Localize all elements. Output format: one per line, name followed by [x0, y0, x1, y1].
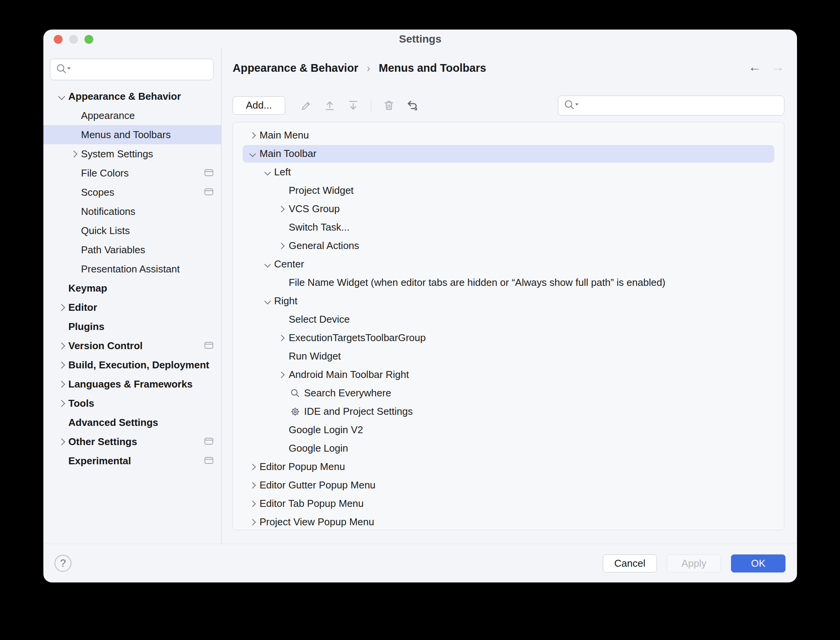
chevron-right-icon[interactable]: [58, 361, 65, 368]
tree-row-main-toolbar[interactable]: Main Toolbar: [233, 145, 784, 163]
sidebar-item-presentation-assistant[interactable]: Presentation Assistant: [43, 259, 221, 279]
tree-row-center[interactable]: Center: [233, 255, 784, 274]
tree-search-input[interactable]: [582, 97, 780, 114]
sidebar-item-experimental[interactable]: Experimental: [43, 451, 221, 470]
chevron-right-icon[interactable]: [278, 335, 285, 341]
tree-row-main-menu[interactable]: Main Menu: [233, 126, 784, 145]
tree-row-editor-tab-popup-menu[interactable]: Editor Tab Popup Menu: [233, 495, 784, 513]
chevron-down-icon[interactable]: [265, 169, 271, 175]
sidebar-item-label: Languages & Frameworks: [68, 378, 193, 390]
settings-sidebar: Appearance & Behavior Appearance Menus a…: [43, 49, 222, 544]
chevron-right-icon[interactable]: [58, 438, 65, 445]
chevron-right-icon[interactable]: [58, 342, 65, 349]
sidebar-search-input[interactable]: [74, 61, 209, 78]
cancel-button[interactable]: Cancel: [603, 554, 657, 572]
chevron-right-icon[interactable]: [58, 381, 65, 388]
tree-row-project-widget[interactable]: Project Widget: [233, 181, 784, 200]
tree-row-project-view-popup-menu[interactable]: Project View Popup Menu: [233, 513, 784, 530]
chevron-down-icon[interactable]: [265, 298, 271, 304]
tree-row-google-login[interactable]: Google Login: [233, 439, 784, 458]
tree-row-vcs-group[interactable]: VCS Group: [233, 200, 784, 218]
back-arrow-icon[interactable]: ←: [748, 60, 761, 73]
tree-search-field[interactable]: [558, 96, 784, 115]
sidebar-item-notifications[interactable]: Notifications: [43, 202, 221, 221]
tree-row-select-device[interactable]: Select Device: [233, 310, 784, 329]
sidebar-item-keymap[interactable]: Keymap: [43, 279, 221, 298]
tree-row-ide-and-project-settings[interactable]: IDE and Project Settings: [233, 402, 784, 421]
sidebar-item-version-control[interactable]: Version Control: [43, 336, 221, 355]
breadcrumb-parent[interactable]: Appearance & Behavior: [233, 62, 358, 74]
chevron-right-icon[interactable]: [250, 132, 256, 139]
sidebar-item-other-settings[interactable]: Other Settings: [43, 432, 221, 451]
close-button[interactable]: [54, 35, 63, 44]
breadcrumb: Appearance & Behavior › Menus and Toolba…: [233, 62, 486, 74]
apply-button[interactable]: Apply: [667, 554, 721, 572]
chevron-right-icon[interactable]: [278, 206, 285, 212]
sidebar-item-label: System Settings: [81, 148, 153, 160]
sidebar-item-scopes[interactable]: Scopes: [43, 183, 221, 202]
project-level-icon: [204, 455, 213, 467]
sidebar-item-label: Tools: [68, 398, 94, 409]
chevron-right-icon[interactable]: [250, 519, 256, 525]
chevron-right-icon[interactable]: [250, 482, 256, 488]
sidebar-item-plugins[interactable]: Plugins: [43, 317, 221, 336]
sidebar-item-advanced-settings[interactable]: Advanced Settings: [43, 413, 221, 432]
help-button[interactable]: ?: [55, 555, 71, 572]
tree-row-left[interactable]: Left: [233, 163, 784, 181]
tree-row-android-main-toolbar-right[interactable]: Android Main Toolbar Right: [233, 366, 784, 384]
chevron-right-icon[interactable]: [250, 500, 256, 507]
chevron-right-icon[interactable]: [58, 400, 65, 407]
tree-row-execution-targets-toolbar-group[interactable]: ExecutionTargetsToolbarGroup: [233, 329, 784, 347]
settings-window: Settings Appearance & Behavior Appearan: [43, 30, 797, 582]
tree-row-general-actions[interactable]: General Actions: [233, 237, 784, 255]
tree-row-switch-task[interactable]: Switch Task...: [233, 218, 784, 237]
revert-undo-icon[interactable]: [406, 99, 419, 112]
chevron-right-icon[interactable]: [58, 304, 65, 311]
search-icon: [564, 99, 580, 112]
delete-trash-icon[interactable]: [382, 99, 395, 112]
chevron-right-icon[interactable]: [278, 242, 285, 249]
tree-toolbar: Add...: [233, 96, 784, 115]
sidebar-item-label: Plugins: [68, 321, 104, 333]
sidebar-item-file-colors[interactable]: File Colors: [43, 163, 221, 183]
chevron-right-icon[interactable]: [70, 150, 77, 157]
add-button[interactable]: Add...: [233, 96, 285, 115]
main-pane: Appearance & Behavior › Menus and Toolba…: [222, 49, 797, 544]
sidebar-item-menus-and-toolbars[interactable]: Menus and Toolbars: [43, 125, 221, 144]
sidebar-item-tools[interactable]: Tools: [43, 394, 221, 413]
chevron-down-icon[interactable]: [250, 150, 256, 157]
sidebar-item-path-variables[interactable]: Path Variables: [43, 240, 221, 259]
chevron-down-icon[interactable]: [265, 261, 271, 267]
sidebar-item-editor[interactable]: Editor: [43, 298, 221, 317]
tree-row-editor-gutter-popup-menu[interactable]: Editor Gutter Popup Menu: [233, 476, 784, 495]
minimize-button[interactable]: [69, 35, 78, 44]
chevron-right-icon[interactable]: [278, 371, 285, 378]
tree-row-editor-popup-menu[interactable]: Editor Popup Menu: [233, 458, 784, 476]
sidebar-item-label: Build, Execution, Deployment: [68, 359, 209, 371]
sidebar-item-label: Version Control: [68, 340, 143, 352]
zoom-button[interactable]: [84, 35, 93, 44]
ok-button[interactable]: OK: [731, 554, 785, 572]
sidebar-item-appearance-behavior[interactable]: Appearance & Behavior: [43, 87, 221, 106]
tree-row-search-everywhere[interactable]: Search Everywhere: [233, 384, 784, 402]
sidebar-item-label: Path Variables: [81, 244, 145, 256]
forward-arrow-icon[interactable]: →: [771, 60, 784, 73]
tree-row-file-name-widget[interactable]: File Name Widget (when editor tabs are h…: [233, 274, 784, 292]
chevron-down-icon[interactable]: [58, 93, 65, 100]
sidebar-item-label: Other Settings: [68, 436, 137, 448]
sidebar-item-appearance[interactable]: Appearance: [43, 106, 221, 125]
window-controls: [54, 35, 93, 44]
sidebar-item-quick-lists[interactable]: Quick Lists: [43, 221, 221, 240]
sidebar-item-build-execution-deployment[interactable]: Build, Execution, Deployment: [43, 355, 221, 374]
move-down-icon[interactable]: [347, 99, 360, 112]
tree-row-right[interactable]: Right: [233, 292, 784, 310]
sidebar-item-system-settings[interactable]: System Settings: [43, 144, 221, 163]
sidebar-nav: Appearance & Behavior Appearance Menus a…: [43, 87, 221, 470]
edit-pencil-icon[interactable]: [300, 99, 313, 112]
sidebar-item-languages-frameworks[interactable]: Languages & Frameworks: [43, 374, 221, 394]
sidebar-search-field[interactable]: [50, 59, 213, 80]
tree-row-google-login-v2[interactable]: Google Login V2: [233, 421, 784, 439]
tree-row-run-widget[interactable]: Run Widget: [233, 347, 784, 366]
move-up-icon[interactable]: [323, 99, 336, 112]
chevron-right-icon[interactable]: [250, 464, 256, 470]
